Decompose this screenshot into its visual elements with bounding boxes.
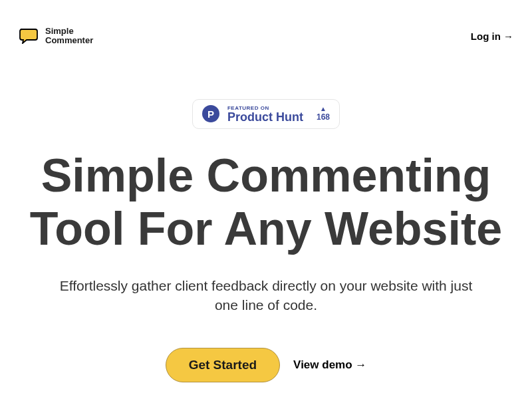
chat-bubble-icon <box>19 28 39 44</box>
upvote-count: ▲ 168 <box>317 106 330 122</box>
logo-text-top: Simple <box>45 27 93 36</box>
product-hunt-text: FEATURED ON Product Hunt <box>227 105 303 123</box>
main-content: P FEATURED ON Product Hunt ▲ 168 Simple … <box>0 59 532 383</box>
logo-text-bottom: Commenter <box>45 36 93 45</box>
product-hunt-icon: P <box>202 105 219 122</box>
product-hunt-badge[interactable]: P FEATURED ON Product Hunt ▲ 168 <box>192 99 340 129</box>
cta-row: Get Started View demo → <box>166 348 367 382</box>
login-link[interactable]: Log in → <box>471 31 513 42</box>
hero-subtitle: Effortlessly gather client feedback dire… <box>53 276 479 315</box>
view-demo-link[interactable]: View demo → <box>293 358 366 372</box>
product-hunt-name: Product Hunt <box>227 111 303 123</box>
get-started-button[interactable]: Get Started <box>166 348 280 382</box>
hero-title: Simple Commenting Tool For Any Website <box>13 149 519 256</box>
logo-text: Simple Commenter <box>45 27 93 46</box>
upvote-arrow-icon: ▲ <box>320 106 327 112</box>
upvote-number: 168 <box>317 112 330 122</box>
header: Simple Commenter Log in → <box>0 0 532 59</box>
logo[interactable]: Simple Commenter <box>19 27 93 46</box>
